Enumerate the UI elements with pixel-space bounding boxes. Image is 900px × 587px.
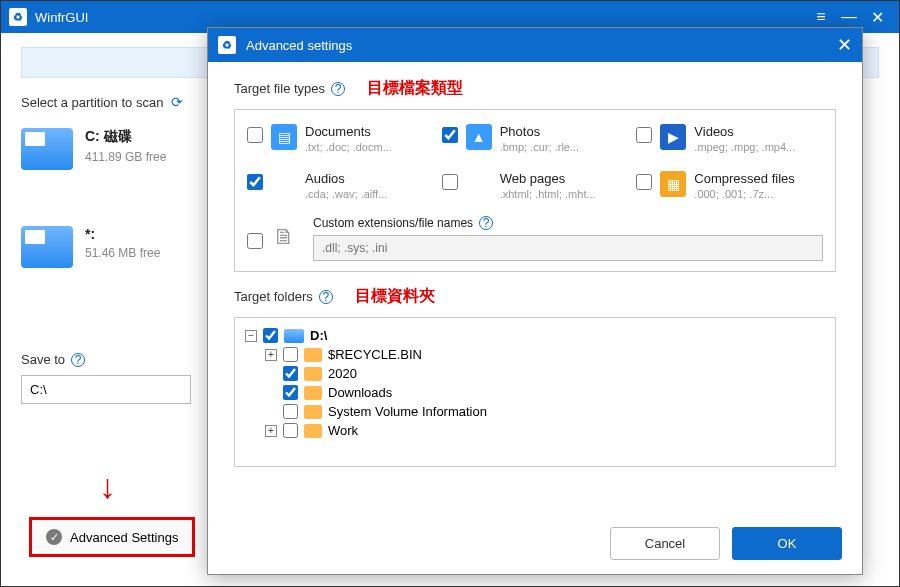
menu-icon[interactable]: ≡ <box>807 8 835 26</box>
filetype-videos[interactable]: ▶ Videos.mpeg; .mpg; .mp4... <box>636 124 823 153</box>
advanced-settings-button[interactable]: ✓ Advanced Settings <box>29 517 195 557</box>
folder-icon <box>304 348 322 362</box>
folder-checkbox[interactable] <box>283 404 298 419</box>
folder-label: System Volume Information <box>328 404 487 419</box>
tree-item[interactable]: 2020 <box>245 364 825 383</box>
folder-icon <box>304 424 322 438</box>
documents-checkbox[interactable] <box>247 127 263 143</box>
files-icon: 🗎 <box>273 224 303 254</box>
expand-icon[interactable]: + <box>265 349 277 361</box>
tree-item[interactable]: System Volume Information <box>245 402 825 421</box>
annotation-types: 目標檔案類型 <box>367 78 463 99</box>
check-icon: ✓ <box>46 529 62 545</box>
dialog-titlebar: ♻ Advanced settings ✕ <box>208 28 862 62</box>
folder-icon <box>304 386 322 400</box>
app-logo-icon: ♻ <box>9 8 27 26</box>
ok-button[interactable]: OK <box>732 527 842 560</box>
folder-label: 2020 <box>328 366 357 381</box>
folder-checkbox[interactable] <box>283 366 298 381</box>
document-icon: ▤ <box>271 124 297 150</box>
folder-checkbox[interactable] <box>283 423 298 438</box>
root-checkbox[interactable] <box>263 328 278 343</box>
drive-name: *: <box>85 226 160 242</box>
cancel-button[interactable]: Cancel <box>610 527 720 560</box>
folder-icon <box>304 367 322 381</box>
select-partition-label: Select a partition to scan <box>21 95 163 110</box>
annotation-folders: 目標資料夾 <box>355 286 435 307</box>
tree-item[interactable]: + $RECYCLE.BIN <box>245 345 825 364</box>
filetype-documents[interactable]: ▤ Documents.txt; .doc; .docm... <box>247 124 434 153</box>
minimize-icon[interactable]: — <box>835 8 863 26</box>
folders-tree[interactable]: − D:\ + $RECYCLE.BIN 2020 Do <box>234 317 836 467</box>
custom-checkbox[interactable] <box>247 233 263 249</box>
dialog-footer: Cancel OK <box>208 517 862 574</box>
help-icon[interactable]: ? <box>479 216 493 230</box>
photo-icon: ▲ <box>466 124 492 150</box>
drive-icon <box>21 226 73 268</box>
annotation-arrow-icon: ↓ <box>99 467 116 506</box>
folder-checkbox[interactable] <box>283 347 298 362</box>
compressed-checkbox[interactable] <box>636 174 652 190</box>
folder-label: Work <box>328 423 358 438</box>
folder-label: Downloads <box>328 385 392 400</box>
folder-label: $RECYCLE.BIN <box>328 347 422 362</box>
folder-icon <box>304 405 322 419</box>
drive-name: C: 磁碟 <box>85 128 166 146</box>
tree-root-label: D:\ <box>310 328 327 343</box>
videos-checkbox[interactable] <box>636 127 652 143</box>
filetype-audios[interactable]: ♪ Audios.cda; .wav; .aiff... <box>247 171 434 200</box>
custom-extensions-input[interactable] <box>313 235 823 261</box>
expand-icon[interactable]: + <box>265 425 277 437</box>
audios-checkbox[interactable] <box>247 174 263 190</box>
custom-extensions-row: 🗎 Custom extensions/file names? <box>247 216 823 261</box>
archive-icon: ▦ <box>660 171 686 197</box>
video-icon: ▶ <box>660 124 686 150</box>
audio-icon: ♪ <box>271 171 297 197</box>
target-file-types-label: Target file types <box>234 81 325 96</box>
filetype-webpages[interactable]: e Web pages.xhtml; .html; .mht... <box>442 171 629 200</box>
expand-spacer <box>265 368 277 380</box>
close-icon[interactable]: ✕ <box>863 8 891 27</box>
filetype-compressed[interactable]: ▦ Compressed files.000; .001; .7z... <box>636 171 823 200</box>
help-icon[interactable]: ? <box>71 353 85 367</box>
web-icon: e <box>466 171 492 197</box>
app-title: WinfrGUI <box>35 10 88 25</box>
advanced-settings-label: Advanced Settings <box>70 530 178 545</box>
partition-item[interactable]: C: 磁碟 411.89 GB free <box>21 128 166 170</box>
app-logo-icon: ♻ <box>218 36 236 54</box>
save-to-label: Save to <box>21 352 65 367</box>
drive-icon <box>284 329 304 343</box>
drive-size: 411.89 GB free <box>85 150 166 164</box>
photos-checkbox[interactable] <box>442 127 458 143</box>
dialog-close-icon[interactable]: ✕ <box>837 34 852 56</box>
tree-root[interactable]: − D:\ <box>245 326 825 345</box>
folder-checkbox[interactable] <box>283 385 298 400</box>
drive-size: 51.46 MB free <box>85 246 160 260</box>
help-icon[interactable]: ? <box>331 82 345 96</box>
file-types-panel: ▤ Documents.txt; .doc; .docm... ▲ Photos… <box>234 109 836 272</box>
refresh-icon[interactable]: ⟳ <box>171 94 183 110</box>
help-icon[interactable]: ? <box>319 290 333 304</box>
drive-icon <box>21 128 73 170</box>
expand-spacer <box>265 406 277 418</box>
dialog-title: Advanced settings <box>246 38 352 53</box>
save-to-input[interactable] <box>21 375 191 404</box>
advanced-settings-dialog: ♻ Advanced settings ✕ Target file types … <box>207 27 863 575</box>
custom-extensions-label: Custom extensions/file names <box>313 216 473 230</box>
target-folders-label: Target folders <box>234 289 313 304</box>
expand-spacer <box>265 387 277 399</box>
webpages-checkbox[interactable] <box>442 174 458 190</box>
filetype-photos[interactable]: ▲ Photos.bmp; .cur; .rle... <box>442 124 629 153</box>
partition-item[interactable]: *: 51.46 MB free <box>21 226 166 268</box>
tree-item[interactable]: + Work <box>245 421 825 440</box>
collapse-icon[interactable]: − <box>245 330 257 342</box>
tree-item[interactable]: Downloads <box>245 383 825 402</box>
